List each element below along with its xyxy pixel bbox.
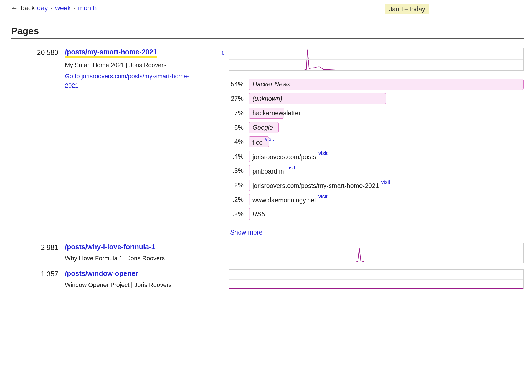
page-entry: 1 357 /posts/window-opener Window Opener… xyxy=(11,269,524,289)
referrer-pct: .2% xyxy=(229,182,249,189)
referrer-row: 54% Hacker News xyxy=(229,78,524,91)
visit-link[interactable]: visit xyxy=(286,165,295,170)
page-entry: 20 580 /posts/my-smart-home-2021 My Smar… xyxy=(11,48,524,236)
page-info: /posts/my-smart-home-2021 My Smart Home … xyxy=(58,48,216,90)
referrer-label[interactable]: hackernewsletter xyxy=(252,110,301,117)
referrer-pct: 6% xyxy=(229,124,249,131)
back-label[interactable]: back xyxy=(21,4,35,12)
visit-count: 20 580 xyxy=(11,48,58,57)
referrer-label[interactable]: Google xyxy=(252,124,273,131)
goto-link[interactable]: Go to jorisroovers.com/posts/my-smart-ho… xyxy=(65,72,195,90)
referrer-row: .3% pinboard.invisit xyxy=(229,164,524,177)
referrer-row: .2% www.daemonology.netvisit xyxy=(229,193,524,206)
referrer-row: .2% RSS xyxy=(229,208,524,220)
page-title-text: Why I love Formula 1 | Joris Roovers xyxy=(65,255,211,262)
view-switcher: ← back day · week · month xyxy=(11,4,97,12)
referrer-row: .4% jorisroovers.com/postsvisit xyxy=(229,150,524,163)
page-title-text: Window Opener Project | Joris Roovers xyxy=(65,281,211,289)
referrer-pct: 4% xyxy=(229,138,249,146)
referrer-label[interactable]: (unknown) xyxy=(252,95,282,103)
referrer-label[interactable]: jorisroovers.com/posts/my-smart-home-202… xyxy=(252,181,390,190)
visit-count: 2 981 xyxy=(11,243,58,251)
referrer-label[interactable]: t.covisit xyxy=(252,138,274,146)
referrer-pct: 7% xyxy=(229,110,249,117)
section-rule xyxy=(11,38,524,39)
page-detail: 54% Hacker News 27% (unknown) 7% hackern… xyxy=(229,48,524,236)
sparkline-chart xyxy=(229,269,524,289)
separator-dot: · xyxy=(50,4,52,12)
visit-link[interactable]: visit xyxy=(318,194,328,199)
back-arrow-icon[interactable]: ← xyxy=(11,4,17,12)
section-title: Pages xyxy=(11,26,524,36)
page-entry: 2 981 /posts/why-i-love-formula-1 Why I … xyxy=(11,243,524,263)
referrer-row: 4% t.covisit xyxy=(229,136,524,148)
top-nav: ← back day · week · month Jan 1–Today xyxy=(11,4,524,14)
page-title-text: My Smart Home 2021 | Joris Roovers xyxy=(65,62,211,69)
visit-link[interactable]: visit xyxy=(265,136,274,142)
referrer-label[interactable]: Hacker News xyxy=(252,81,290,88)
page-info: /posts/why-i-love-formula-1 Why I love F… xyxy=(58,243,216,262)
visit-link[interactable]: visit xyxy=(318,150,328,156)
page-path-link[interactable]: /posts/my-smart-home-2021 xyxy=(65,48,157,58)
referrer-list: 54% Hacker News 27% (unknown) 7% hackern… xyxy=(229,78,524,236)
referrer-label[interactable]: www.daemonology.netvisit xyxy=(252,195,327,204)
referrer-row: .2% jorisroovers.com/posts/my-smart-home… xyxy=(229,179,524,192)
referrer-pct: .3% xyxy=(229,167,249,175)
referrer-pct: 27% xyxy=(229,95,249,103)
referrer-pct: .4% xyxy=(229,153,249,160)
view-month[interactable]: month xyxy=(78,4,97,12)
page-info: /posts/window-opener Window Opener Proje… xyxy=(58,269,216,289)
visit-count: 1 357 xyxy=(11,269,58,278)
sparkline-chart xyxy=(229,48,524,71)
referrer-pct: 54% xyxy=(229,81,249,88)
referrer-label[interactable]: jorisroovers.com/postsvisit xyxy=(252,152,328,161)
view-week[interactable]: week xyxy=(55,4,71,12)
referrer-label[interactable]: RSS xyxy=(252,210,265,218)
referrer-row: 6% Google xyxy=(229,121,524,134)
referrer-pct: .2% xyxy=(229,210,249,218)
page-path-link[interactable]: /posts/why-i-love-formula-1 xyxy=(65,243,155,251)
sparkline-chart xyxy=(229,243,524,263)
date-range-badge[interactable]: Jan 1–Today xyxy=(385,4,429,14)
referrer-row: 7% hackernewsletter xyxy=(229,107,524,119)
expand-toggle-icon[interactable]: ↕ xyxy=(221,49,225,57)
page-path-link[interactable]: /posts/window-opener xyxy=(65,269,138,278)
show-more-link[interactable]: Show more xyxy=(230,229,262,236)
referrer-label[interactable]: pinboard.invisit xyxy=(252,166,295,175)
referrer-row: 27% (unknown) xyxy=(229,92,524,105)
separator-dot: · xyxy=(74,4,75,12)
referrer-pct: .2% xyxy=(229,196,249,203)
view-day[interactable]: day xyxy=(37,4,48,12)
visit-link[interactable]: visit xyxy=(381,179,390,185)
